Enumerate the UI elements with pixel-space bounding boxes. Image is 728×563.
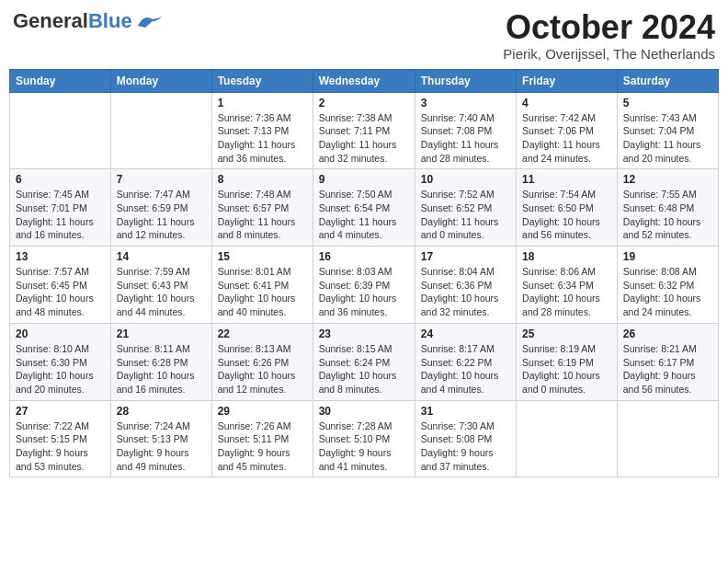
calendar-week-5: 27Sunrise: 7:22 AM Sunset: 5:15 PM Dayli… (10, 400, 719, 477)
day-info: Sunrise: 8:21 AM Sunset: 6:17 PM Dayligh… (623, 342, 712, 396)
calendar-cell (517, 400, 618, 477)
calendar-cell: 2Sunrise: 7:38 AM Sunset: 7:11 PM Daylig… (313, 92, 415, 169)
calendar-cell: 3Sunrise: 7:40 AM Sunset: 7:08 PM Daylig… (415, 92, 516, 169)
weekday-header-monday: Monday (110, 69, 211, 92)
calendar-cell: 1Sunrise: 7:36 AM Sunset: 7:13 PM Daylig… (211, 92, 313, 169)
day-number: 7 (117, 173, 206, 186)
calendar-week-4: 20Sunrise: 8:10 AM Sunset: 6:30 PM Dayli… (10, 323, 719, 400)
day-number: 5 (623, 97, 712, 109)
day-info: Sunrise: 8:13 AM Sunset: 6:26 PM Dayligh… (218, 342, 307, 396)
day-number: 25 (522, 327, 611, 340)
day-number: 30 (319, 405, 409, 418)
calendar-cell: 28Sunrise: 7:24 AM Sunset: 5:13 PM Dayli… (110, 400, 211, 477)
day-number: 24 (421, 327, 510, 340)
calendar-cell: 16Sunrise: 8:03 AM Sunset: 6:39 PM Dayli… (313, 247, 415, 324)
day-info: Sunrise: 8:08 AM Sunset: 6:32 PM Dayligh… (623, 265, 712, 319)
day-info: Sunrise: 7:43 AM Sunset: 7:04 PM Dayligh… (623, 111, 712, 166)
day-number: 1 (218, 97, 307, 109)
day-number: 19 (623, 250, 712, 263)
day-info: Sunrise: 7:30 AM Sunset: 5:08 PM Dayligh… (421, 419, 510, 474)
weekday-header-tuesday: Tuesday (211, 69, 313, 92)
calendar-cell: 20Sunrise: 8:10 AM Sunset: 6:30 PM Dayli… (10, 323, 111, 400)
calendar-cell: 14Sunrise: 7:59 AM Sunset: 6:43 PM Dayli… (110, 247, 211, 324)
weekday-header-thursday: Thursday (415, 69, 516, 92)
day-info: Sunrise: 7:45 AM Sunset: 7:01 PM Dayligh… (16, 188, 105, 242)
location: Pierik, Overijssel, The Netherlands (503, 46, 715, 62)
weekday-header-sunday: Sunday (10, 69, 111, 92)
logo-general: General (13, 9, 88, 32)
calendar-cell (617, 400, 718, 477)
page-header: GeneralBlue October 2024 Pierik, Overijs… (9, 9, 719, 62)
title-block: October 2024 Pierik, Overijssel, The Net… (503, 9, 715, 62)
day-info: Sunrise: 8:19 AM Sunset: 6:19 PM Dayligh… (522, 342, 611, 396)
calendar-cell: 27Sunrise: 7:22 AM Sunset: 5:15 PM Dayli… (10, 400, 111, 477)
day-info: Sunrise: 7:57 AM Sunset: 6:45 PM Dayligh… (16, 265, 105, 319)
calendar-header-row: SundayMondayTuesdayWednesdayThursdayFrid… (10, 69, 719, 92)
day-number: 18 (522, 250, 611, 263)
calendar-week-2: 6Sunrise: 7:45 AM Sunset: 7:01 PM Daylig… (10, 169, 719, 247)
day-number: 3 (421, 97, 510, 109)
day-info: Sunrise: 8:06 AM Sunset: 6:34 PM Dayligh… (522, 265, 611, 319)
calendar-cell: 4Sunrise: 7:42 AM Sunset: 7:06 PM Daylig… (517, 92, 618, 169)
calendar-cell: 10Sunrise: 7:52 AM Sunset: 6:52 PM Dayli… (415, 169, 516, 247)
weekday-header-friday: Friday (517, 69, 618, 92)
calendar-cell: 26Sunrise: 8:21 AM Sunset: 6:17 PM Dayli… (617, 323, 718, 400)
weekday-header-wednesday: Wednesday (313, 69, 415, 92)
calendar-cell: 18Sunrise: 8:06 AM Sunset: 6:34 PM Dayli… (517, 247, 618, 324)
calendar-week-3: 13Sunrise: 7:57 AM Sunset: 6:45 PM Dayli… (10, 247, 719, 324)
day-info: Sunrise: 7:55 AM Sunset: 6:48 PM Dayligh… (623, 188, 712, 242)
day-number: 8 (218, 173, 307, 186)
calendar-cell: 24Sunrise: 8:17 AM Sunset: 6:22 PM Dayli… (415, 323, 516, 400)
logo: GeneralBlue (13, 9, 162, 33)
day-number: 21 (117, 327, 206, 340)
day-info: Sunrise: 8:15 AM Sunset: 6:24 PM Dayligh… (319, 342, 409, 396)
day-info: Sunrise: 7:47 AM Sunset: 6:59 PM Dayligh… (117, 188, 206, 242)
calendar-cell (110, 92, 211, 169)
day-number: 31 (421, 405, 510, 418)
day-number: 14 (117, 250, 206, 263)
day-info: Sunrise: 7:48 AM Sunset: 6:57 PM Dayligh… (218, 188, 307, 242)
calendar-cell: 22Sunrise: 8:13 AM Sunset: 6:26 PM Dayli… (211, 323, 313, 400)
calendar-cell: 21Sunrise: 8:11 AM Sunset: 6:28 PM Dayli… (110, 323, 211, 400)
day-info: Sunrise: 8:03 AM Sunset: 6:39 PM Dayligh… (319, 265, 409, 319)
day-number: 4 (522, 97, 611, 109)
calendar-cell: 31Sunrise: 7:30 AM Sunset: 5:08 PM Dayli… (415, 400, 516, 477)
day-info: Sunrise: 7:42 AM Sunset: 7:06 PM Dayligh… (522, 111, 611, 166)
day-info: Sunrise: 7:52 AM Sunset: 6:52 PM Dayligh… (421, 188, 510, 242)
calendar-cell: 30Sunrise: 7:28 AM Sunset: 5:10 PM Dayli… (313, 400, 415, 477)
day-info: Sunrise: 7:59 AM Sunset: 6:43 PM Dayligh… (117, 265, 206, 319)
calendar-cell: 15Sunrise: 8:01 AM Sunset: 6:41 PM Dayli… (211, 247, 313, 324)
calendar-cell (10, 92, 111, 169)
day-number: 6 (16, 173, 105, 186)
day-info: Sunrise: 7:22 AM Sunset: 5:15 PM Dayligh… (16, 419, 105, 474)
logo-bird-icon (136, 13, 162, 29)
day-info: Sunrise: 7:36 AM Sunset: 7:13 PM Dayligh… (218, 111, 307, 166)
calendar-cell: 7Sunrise: 7:47 AM Sunset: 6:59 PM Daylig… (110, 169, 211, 247)
month-title: October 2024 (503, 9, 715, 46)
day-info: Sunrise: 7:54 AM Sunset: 6:50 PM Dayligh… (522, 188, 611, 242)
day-number: 10 (421, 173, 510, 186)
day-number: 27 (16, 405, 105, 418)
calendar-cell: 29Sunrise: 7:26 AM Sunset: 5:11 PM Dayli… (211, 400, 313, 477)
day-number: 16 (319, 250, 409, 263)
calendar-week-1: 1Sunrise: 7:36 AM Sunset: 7:13 PM Daylig… (10, 92, 719, 169)
day-number: 20 (16, 327, 105, 340)
day-number: 26 (623, 327, 712, 340)
day-info: Sunrise: 8:10 AM Sunset: 6:30 PM Dayligh… (16, 342, 105, 396)
day-number: 11 (522, 173, 611, 186)
day-info: Sunrise: 7:28 AM Sunset: 5:10 PM Dayligh… (319, 419, 409, 474)
day-info: Sunrise: 8:11 AM Sunset: 6:28 PM Dayligh… (117, 342, 206, 396)
calendar-cell: 11Sunrise: 7:54 AM Sunset: 6:50 PM Dayli… (517, 169, 618, 247)
day-info: Sunrise: 7:38 AM Sunset: 7:11 PM Dayligh… (319, 111, 409, 166)
logo-blue: Blue (88, 9, 132, 32)
day-number: 12 (623, 173, 712, 186)
calendar-cell: 12Sunrise: 7:55 AM Sunset: 6:48 PM Dayli… (617, 169, 718, 247)
calendar-table: SundayMondayTuesdayWednesdayThursdayFrid… (9, 69, 719, 478)
day-number: 23 (319, 327, 409, 340)
day-info: Sunrise: 8:04 AM Sunset: 6:36 PM Dayligh… (421, 265, 510, 319)
day-number: 9 (319, 173, 409, 186)
calendar-cell: 19Sunrise: 8:08 AM Sunset: 6:32 PM Dayli… (617, 247, 718, 324)
day-info: Sunrise: 8:01 AM Sunset: 6:41 PM Dayligh… (218, 265, 307, 319)
calendar-cell: 17Sunrise: 8:04 AM Sunset: 6:36 PM Dayli… (415, 247, 516, 324)
calendar-cell: 6Sunrise: 7:45 AM Sunset: 7:01 PM Daylig… (10, 169, 111, 247)
